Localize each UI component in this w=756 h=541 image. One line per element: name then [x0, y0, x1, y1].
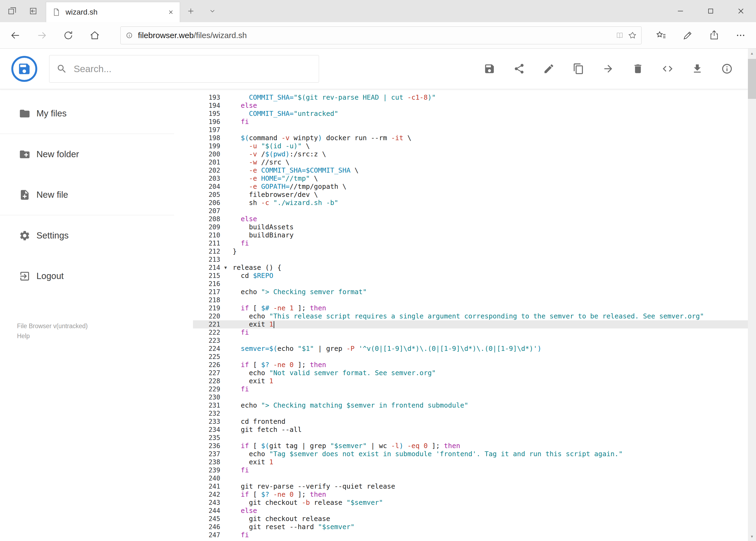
code-line[interactable]: 235 — [193, 434, 748, 442]
code-line[interactable]: 247 fi — [193, 531, 748, 539]
close-button[interactable] — [726, 0, 756, 22]
maximize-button[interactable] — [695, 0, 726, 22]
code-line[interactable]: 199 -u "$(id -u)" \ — [193, 142, 748, 150]
move-button[interactable] — [602, 63, 614, 75]
code-line[interactable]: 210 buildBinary — [193, 231, 748, 239]
share-button[interactable] — [513, 63, 525, 75]
scrollbar-thumb[interactable] — [748, 59, 756, 99]
sidebar-item-settings[interactable]: Settings — [0, 215, 174, 256]
filebrowser-logo[interactable] — [11, 56, 37, 82]
code-line[interactable]: 211 fi — [193, 239, 748, 248]
code-line[interactable]: 200 -v /$(pwd):/src:z \ — [193, 150, 748, 158]
code-line[interactable]: 233 cd frontend — [193, 417, 748, 426]
search-box[interactable] — [49, 55, 319, 83]
code-line[interactable]: 194 else — [193, 102, 748, 110]
save-button[interactable] — [483, 63, 495, 75]
code-line[interactable]: 214▾release () { — [193, 264, 748, 272]
code-line[interactable]: 237 echo "Tag $semver does not exist in … — [193, 450, 748, 458]
code-line[interactable]: 232 — [193, 409, 748, 417]
scroll-down-arrow[interactable]: ▼ — [748, 532, 756, 541]
code-line[interactable]: 218 — [193, 296, 748, 304]
sidebar-item-new-folder[interactable]: New folder — [0, 134, 174, 175]
code-line[interactable]: 246 git reset --hard "$semver" — [193, 523, 748, 531]
home-button[interactable] — [82, 24, 108, 46]
share-button[interactable] — [701, 24, 727, 46]
code-line[interactable]: 223 — [193, 336, 748, 345]
scroll-up-arrow[interactable]: ▲ — [748, 49, 756, 58]
code-line[interactable]: 220 echo "This release script requires a… — [193, 312, 748, 320]
refresh-button[interactable] — [55, 24, 82, 46]
code-line[interactable]: 196 fi — [193, 118, 748, 126]
copy-button[interactable] — [573, 63, 584, 75]
code-line[interactable]: 219 if [ $# -ne 1 ]; then — [193, 304, 748, 312]
more-menu-button[interactable] — [727, 24, 754, 46]
code-line[interactable]: 201 -w //src \ — [193, 158, 748, 166]
code-line[interactable]: 239 fi — [193, 466, 748, 474]
info-button[interactable] — [721, 63, 733, 75]
editor-button[interactable] — [661, 63, 673, 75]
code-line[interactable]: 193 COMMIT_SHA="$(git rev-parse HEAD | c… — [193, 94, 748, 102]
code-line[interactable]: 243 git checkout -b release "$semver" — [193, 499, 748, 507]
page-scrollbar[interactable]: ▲ ▼ — [748, 49, 756, 541]
tab-preview-chevron-icon[interactable] — [205, 3, 220, 19]
tabs-set-aside-list-button[interactable] — [26, 3, 41, 19]
code-line[interactable]: 245 git checkout release — [193, 515, 748, 523]
download-button[interactable] — [691, 63, 703, 75]
code-line[interactable]: 207 — [193, 207, 748, 215]
sidebar-item-my-files[interactable]: My files — [0, 93, 174, 134]
reading-view-icon[interactable] — [616, 31, 624, 40]
code-line[interactable]: 244 else — [193, 507, 748, 515]
code-line[interactable]: 205 filebrowser/dev \ — [193, 191, 748, 199]
minimize-button[interactable] — [665, 0, 695, 22]
set-tabs-aside-button[interactable] — [5, 3, 19, 19]
code-line[interactable]: 241 git rev-parse --verify --quiet relea… — [193, 482, 748, 490]
site-info-icon[interactable] — [125, 31, 133, 40]
code-line[interactable]: 195 COMMIT_SHA="untracked" — [193, 110, 748, 118]
fold-arrow-icon[interactable]: ▾ — [224, 264, 227, 271]
code-line[interactable]: 240 — [193, 474, 748, 482]
delete-button[interactable] — [632, 63, 644, 75]
code-line[interactable]: 225 — [193, 353, 748, 361]
code-line[interactable]: 208 else — [193, 215, 748, 223]
back-button[interactable] — [2, 24, 29, 46]
search-input[interactable] — [74, 64, 312, 74]
new-tab-button[interactable] — [183, 3, 198, 19]
code-line[interactable]: 217 echo "> Checking semver format" — [193, 288, 748, 296]
forward-button[interactable] — [29, 24, 55, 46]
help-link[interactable]: Help — [17, 331, 174, 341]
code-line[interactable]: 227 echo "Not valid semver format. See s… — [193, 369, 748, 377]
code-line[interactable]: 224 semver=$(echo "$1" | grep -P '^v(0|[… — [193, 345, 748, 353]
code-line[interactable]: 228 exit 1 — [193, 377, 748, 385]
rename-button[interactable] — [543, 63, 555, 75]
code-line[interactable]: 226 if [ $? -ne 0 ]; then — [193, 361, 748, 369]
code-line[interactable]: 229 fi — [193, 385, 748, 393]
code-line[interactable]: 222 fi — [193, 328, 748, 336]
favorite-star-icon[interactable] — [629, 31, 637, 40]
code-line[interactable]: 206 sh -c "./wizard.sh -b" — [193, 199, 748, 207]
code-line[interactable]: 202 -e COMMIT_SHA=$COMMIT_SHA \ — [193, 166, 748, 175]
hub-button[interactable] — [648, 24, 674, 46]
tab-close-icon[interactable] — [167, 8, 175, 16]
code-line[interactable]: 238 exit 1 — [193, 458, 748, 466]
sidebar-item-new-file[interactable]: New file — [0, 175, 174, 215]
code-line[interactable]: 216 — [193, 280, 748, 288]
code-line[interactable]: 203 -e HOME="//tmp" \ — [193, 175, 748, 183]
code-line[interactable]: 197 — [193, 126, 748, 134]
code-line[interactable]: 212} — [193, 248, 748, 256]
code-line[interactable]: 213 — [193, 256, 748, 264]
address-bar[interactable]: filebrowser.web/files/wizard.sh — [121, 26, 641, 44]
code-line[interactable]: 204 -e GOPATH=//tmp/gopath \ — [193, 183, 748, 191]
code-line[interactable]: 209 buildAssets — [193, 223, 748, 231]
code-line[interactable]: 221 exit 1 — [193, 320, 748, 328]
code-line[interactable]: 231 echo "> Checking matching $semver in… — [193, 401, 748, 409]
code-line[interactable]: 236 if [ $(git tag | grep "$semver" | wc… — [193, 442, 748, 450]
code-line[interactable]: 242 if [ $? -ne 0 ]; then — [193, 490, 748, 499]
code-editor[interactable]: 193 COMMIT_SHA="$(git rev-parse HEAD | c… — [193, 89, 748, 541]
browser-tab[interactable]: wizard.sh — [46, 2, 180, 22]
code-line[interactable]: 234 git fetch --all — [193, 426, 748, 434]
code-line[interactable]: 198 $(command -v winpty) docker run --rm… — [193, 134, 748, 142]
code-line[interactable]: 215 cd $REPO — [193, 272, 748, 280]
sidebar-item-logout[interactable]: Logout — [0, 256, 174, 296]
web-notes-button[interactable] — [674, 24, 701, 46]
code-line[interactable]: 230 — [193, 393, 748, 401]
